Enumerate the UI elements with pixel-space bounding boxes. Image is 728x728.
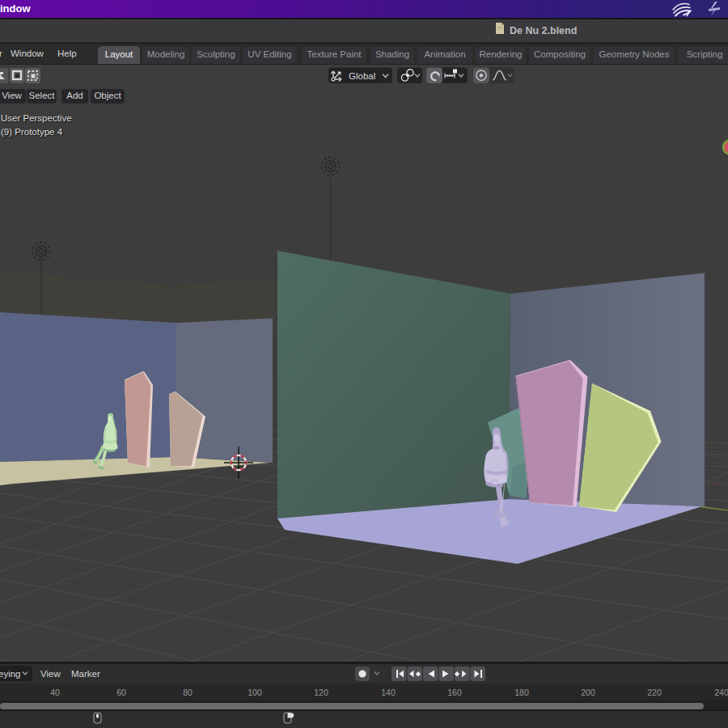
svg-text:Global: Global — [349, 71, 375, 81]
svg-text:View: View — [40, 669, 61, 679]
svg-text:eying: eying — [0, 669, 21, 679]
svg-text:Marker: Marker — [71, 669, 100, 679]
